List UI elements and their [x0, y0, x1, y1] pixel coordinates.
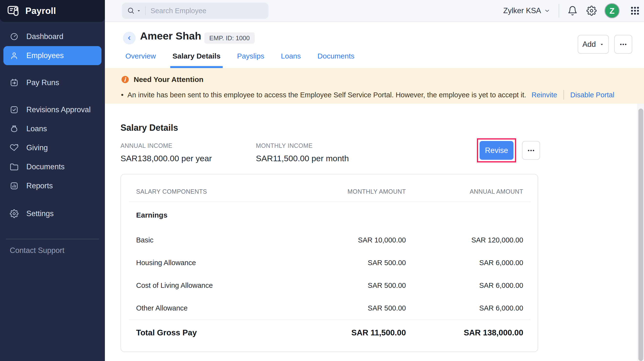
table-rows: Basic SAR 10,000.00 SAR 120,000.00 Housi…: [136, 229, 523, 320]
total-annual-amount: SAR 138,000.00: [406, 328, 523, 337]
annual-income-label: ANNUAL INCOME: [120, 142, 212, 149]
attention-banner: Need Your Attention • An invite has been…: [105, 68, 644, 104]
table-row: Basic SAR 10,000.00 SAR 120,000.00: [136, 229, 523, 252]
more-actions-button[interactable]: [614, 35, 632, 54]
search-filter-caret-icon[interactable]: [136, 8, 141, 13]
sidebar-item-label: Pay Runs: [26, 78, 59, 87]
annual-income-block: ANNUAL INCOME SAR138,000.00 per year: [120, 142, 212, 163]
search-divider: [145, 6, 146, 15]
scrollbar-track: [638, 104, 644, 361]
org-selector[interactable]: Zylker KSA: [503, 6, 550, 15]
sidebar-divider: [6, 239, 99, 239]
tab-overview[interactable]: Overview: [123, 52, 158, 68]
sidebar-item-revisions-approval[interactable]: Revisions Approval: [0, 100, 105, 119]
total-row: Total Gross Pay SAR 11,500.00 SAR 138,00…: [136, 320, 523, 346]
reports-icon: [10, 182, 18, 190]
disable-portal-link[interactable]: Disable Portal: [570, 91, 614, 99]
topbar-divider: [558, 4, 559, 18]
notifications-bell-icon[interactable]: [568, 6, 578, 16]
component-name: Cost of Living Allowance: [136, 282, 301, 290]
table-group-row: Earnings: [136, 210, 523, 220]
sidebar-item-reports[interactable]: Reports: [0, 176, 105, 196]
topbar-right: Zylker KSA Z: [503, 0, 640, 22]
search-icon[interactable]: [127, 7, 135, 15]
settings-icon: [10, 209, 18, 218]
caret-down-icon: [599, 42, 604, 47]
banner-message: An invite has been sent to this employee…: [128, 91, 526, 99]
total-label: Total Gross Pay: [136, 328, 301, 337]
search-input[interactable]: [150, 7, 263, 15]
employee-header: Ameer Shah EMP. ID: 1000 Add Overview Sa…: [105, 22, 644, 68]
employees-icon: [10, 51, 18, 60]
revise-button-annotation-highlight: Revise: [477, 138, 516, 162]
tab-loans[interactable]: Loans: [279, 52, 303, 68]
table-row: Housing Allowance SAR 500.00 SAR 6,000.0…: [136, 252, 523, 274]
banner-link-divider: [564, 90, 564, 100]
settings-gear-icon[interactable]: [586, 6, 597, 16]
sidebar-item-employees[interactable]: Employees: [4, 46, 102, 65]
tab-salary-details[interactable]: Salary Details: [170, 52, 223, 68]
sidebar-item-loans[interactable]: Loans: [0, 119, 105, 138]
salary-details-section: Salary Details ANNUAL INCOME SAR138,000.…: [105, 104, 644, 361]
monthly-amount: SAR 500.00: [301, 282, 406, 290]
monthly-amount: SAR 10,000.00: [301, 236, 406, 244]
table-row: Other Allowance SAR 500.00 SAR 6,000.00: [136, 297, 523, 320]
revise-button[interactable]: Revise: [480, 141, 514, 160]
sidebar-item-documents[interactable]: Documents: [0, 157, 105, 176]
tab-payslips[interactable]: Payslips: [235, 52, 267, 68]
annual-amount: SAR 6,000.00: [406, 282, 523, 290]
apps-grid-icon[interactable]: [630, 6, 640, 16]
dashboard-icon: [10, 32, 18, 41]
bullet-marker: •: [121, 91, 124, 99]
table-row: Cost of Living Allowance SAR 500.00 SAR …: [136, 274, 523, 297]
pay-runs-icon: [10, 78, 18, 87]
user-avatar[interactable]: Z: [604, 3, 620, 18]
scrollbar-thumb[interactable]: [638, 108, 643, 361]
component-name: Housing Allowance: [136, 259, 301, 267]
add-button[interactable]: Add: [578, 35, 609, 54]
sidebar-item-pay-runs[interactable]: Pay Runs: [0, 73, 105, 92]
tab-documents[interactable]: Documents: [315, 52, 357, 68]
sidebar-item-giving[interactable]: Giving: [0, 138, 105, 157]
sidebar-item-label: Employees: [26, 51, 64, 60]
monthly-income-value: SAR11,500.00 per month: [256, 154, 349, 163]
topbar: Zylker KSA Z: [105, 0, 644, 22]
component-name: Other Allowance: [136, 304, 301, 312]
column-header-monthly-amount: MONTHLY AMOUNT: [301, 188, 406, 195]
payroll-logo-icon: [7, 4, 20, 18]
salary-components-card: SALARY COMPONENTS MONTHLY AMOUNT ANNUAL …: [120, 174, 538, 352]
contact-support-link[interactable]: Contact Support: [0, 246, 105, 255]
app-logo-header: Payroll: [0, 0, 105, 22]
page-title-employee-name: Ameer Shah: [140, 30, 201, 42]
annual-amount: SAR 6,000.00: [406, 304, 523, 312]
org-name: Zylker KSA: [503, 6, 541, 15]
column-header-salary-components: SALARY COMPONENTS: [136, 188, 301, 195]
search-box: [122, 3, 268, 19]
table-header-row: SALARY COMPONENTS MONTHLY AMOUNT ANNUAL …: [136, 174, 523, 195]
salary-more-actions-button[interactable]: [522, 141, 540, 160]
total-monthly-amount: SAR 11,500.00: [301, 328, 406, 337]
sidebar-item-dashboard[interactable]: Dashboard: [0, 27, 105, 46]
employee-tabs: Overview Salary Details Payslips Loans D…: [123, 52, 357, 68]
back-button[interactable]: [123, 32, 136, 44]
app-title: Payroll: [25, 6, 56, 16]
sidebar-item-label: Documents: [26, 162, 65, 171]
sidebar-item-label: Reports: [26, 182, 53, 190]
reinvite-link[interactable]: Reinvite: [532, 91, 557, 99]
revisions-approval-icon: [10, 105, 18, 114]
ellipsis-icon: [619, 40, 628, 48]
giving-icon: [10, 144, 18, 152]
payroll-app: Payroll Dashboard Employees: [0, 0, 644, 361]
group-label-earnings: Earnings: [136, 211, 167, 219]
banner-title: Need Your Attention: [134, 75, 204, 84]
employee-id-badge: EMP. ID: 1000: [204, 32, 255, 44]
loans-icon: [10, 124, 18, 133]
sidebar: Payroll Dashboard Employees: [0, 0, 105, 361]
sidebar-item-settings[interactable]: Settings: [0, 204, 105, 223]
monthly-amount: SAR 500.00: [301, 304, 406, 312]
chevron-down-icon: [544, 8, 550, 14]
sidebar-item-label: Settings: [26, 209, 54, 218]
column-header-annual-amount: ANNUAL AMOUNT: [406, 188, 523, 195]
monthly-income-block: MONTHLY INCOME SAR11,500.00 per month: [256, 142, 349, 163]
section-title: Salary Details: [120, 123, 178, 133]
